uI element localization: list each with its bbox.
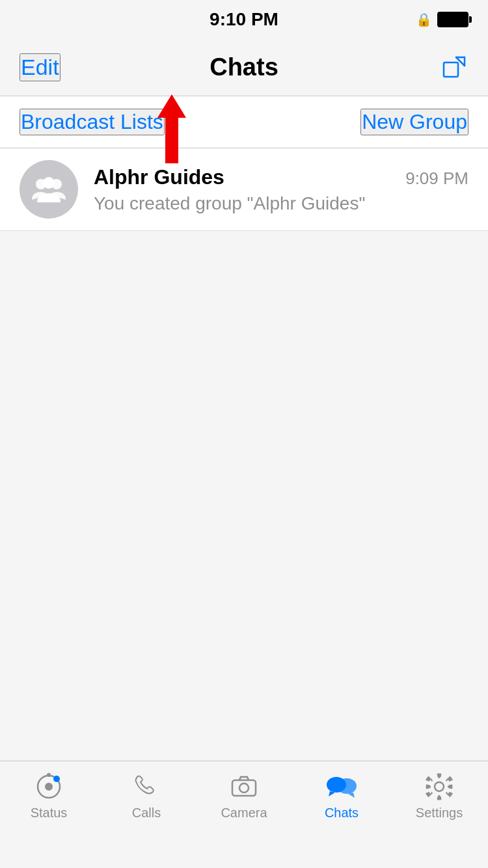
svg-point-8 xyxy=(53,776,60,782)
svg-point-6 xyxy=(45,783,53,791)
calls-tab-label: Calls xyxy=(132,806,161,821)
group-avatar-icon xyxy=(31,171,67,208)
arrow-annotation xyxy=(157,94,186,163)
broadcast-lists-button[interactable]: Broadcast Lists xyxy=(20,109,165,135)
settings-icon xyxy=(424,772,454,802)
nav-title: Chats xyxy=(210,53,278,81)
status-bar-right: 🔒 xyxy=(416,12,468,27)
svg-point-10 xyxy=(239,783,249,793)
svg-point-7 xyxy=(47,773,51,777)
tab-item-camera[interactable]: Camera xyxy=(195,772,293,821)
tab-item-settings[interactable]: Settings xyxy=(390,772,488,821)
svg-rect-0 xyxy=(444,62,458,77)
arrow-head xyxy=(157,94,186,118)
status-tab-icon xyxy=(31,772,67,802)
action-bar: Broadcast Lists New Group xyxy=(0,96,488,148)
new-group-button[interactable]: New Group xyxy=(360,109,468,135)
calls-icon xyxy=(131,772,161,802)
settings-tab-label: Settings xyxy=(416,806,463,821)
tab-item-chats[interactable]: Chats xyxy=(293,772,390,821)
tab-item-calls[interactable]: Calls xyxy=(98,772,195,821)
chat-item[interactable]: Alphr Guides 9:09 PM You created group "… xyxy=(0,148,488,231)
chats-tab-label: Chats xyxy=(325,806,359,821)
settings-tab-icon xyxy=(421,772,457,802)
chats-tab-icon xyxy=(323,772,360,802)
status-time: 9:10 PM xyxy=(210,9,278,30)
chats-icon-active xyxy=(325,772,359,802)
chat-time: 9:09 PM xyxy=(405,169,468,189)
tab-item-status[interactable]: Status xyxy=(0,772,98,821)
svg-rect-9 xyxy=(232,780,256,796)
chat-list: Alphr Guides 9:09 PM You created group "… xyxy=(0,148,488,231)
compose-button[interactable] xyxy=(440,53,468,82)
chat-top: Alphr Guides 9:09 PM xyxy=(94,165,468,189)
svg-point-4 xyxy=(43,177,55,189)
status-tab-label: Status xyxy=(31,806,68,821)
lock-icon: 🔒 xyxy=(416,12,432,27)
compose-icon xyxy=(442,55,467,80)
status-bar: 9:10 PM 🔒 xyxy=(0,0,488,39)
chat-name: Alphr Guides xyxy=(94,165,224,189)
empty-area xyxy=(0,231,488,765)
calls-tab-icon xyxy=(128,772,165,802)
avatar xyxy=(20,160,78,219)
status-icon xyxy=(34,772,64,802)
camera-tab-icon xyxy=(226,772,262,802)
svg-point-12 xyxy=(337,778,357,794)
arrow-shaft xyxy=(165,118,178,163)
camera-tab-label: Camera xyxy=(221,806,267,821)
nav-bar: Edit Chats xyxy=(0,39,488,96)
chat-preview: You created group "Alphr Guides" xyxy=(94,193,365,213)
camera-icon xyxy=(229,772,259,802)
edit-button[interactable]: Edit xyxy=(20,53,61,81)
battery-icon xyxy=(437,12,468,27)
tab-bar: Status Calls Camera xyxy=(0,761,488,868)
svg-point-13 xyxy=(435,782,444,791)
chat-content: Alphr Guides 9:09 PM You created group "… xyxy=(94,165,468,214)
